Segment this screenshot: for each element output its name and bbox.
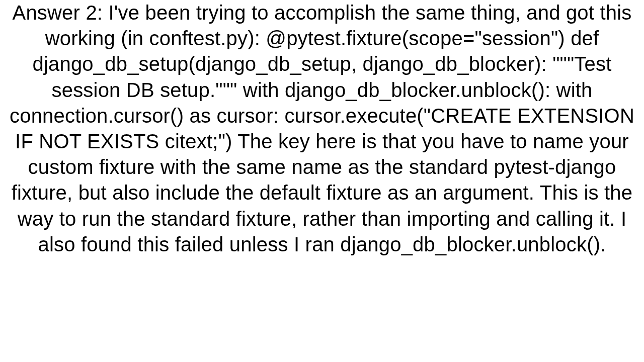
answer-text: Answer 2: I've been trying to accomplish…: [0, 0, 644, 257]
